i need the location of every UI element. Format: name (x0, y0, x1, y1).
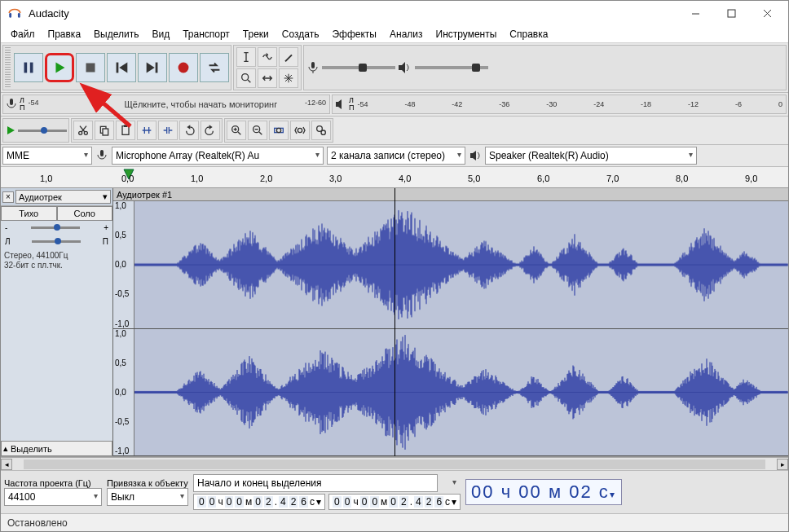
zoom-out-button[interactable] (248, 121, 267, 140)
fit-project-button[interactable] (290, 121, 310, 140)
svg-rect-28 (124, 125, 127, 127)
zoom-in-button[interactable] (227, 121, 246, 140)
minimize-button[interactable] (677, 1, 713, 25)
skip-start-button[interactable] (107, 53, 136, 82)
menu-edit[interactable]: Правка (42, 26, 88, 42)
record-meter-toolbar (303, 45, 787, 90)
audio-position-time[interactable]: 00 ч 00 м 02 с▾ (465, 479, 622, 505)
track-close-button[interactable]: × (2, 191, 14, 203)
clip-header[interactable]: Аудиотрек #1 (113, 188, 788, 201)
selection-start-time[interactable]: 00ч00м02.426с▾ (193, 494, 325, 510)
output-device-select[interactable]: Speaker (Realtek(R) Audio) (485, 147, 697, 165)
y-scale-right: 1,00,50,0-0,5-1,0 (113, 329, 134, 456)
waveform-channel-left[interactable]: 1,00,50,0-0,5-1,0 (113, 201, 788, 329)
svg-rect-26 (103, 129, 108, 135)
snap-select[interactable]: Выкл (107, 488, 188, 506)
loop-button[interactable] (200, 53, 229, 82)
draw-tool-button[interactable] (279, 47, 298, 67)
input-device-select[interactable]: Microphone Array (Realtek(R) Au (112, 147, 324, 165)
svg-rect-7 (30, 63, 33, 73)
undo-button[interactable] (179, 121, 199, 140)
silence-button[interactable] (158, 121, 178, 140)
menu-file[interactable]: Файл (4, 26, 42, 42)
svg-rect-43 (100, 150, 104, 156)
play-small-icon (5, 125, 16, 136)
zoom-sel-button[interactable] (269, 121, 289, 140)
svg-point-39 (276, 128, 280, 132)
envelope-tool-button[interactable] (258, 47, 277, 67)
svg-marker-13 (147, 63, 155, 73)
svg-point-42 (321, 130, 325, 134)
tools-toolbar (233, 45, 302, 90)
menu-select[interactable]: Выделить (87, 26, 145, 42)
svg-rect-38 (275, 128, 284, 132)
play-volume-slider[interactable] (415, 66, 488, 69)
svg-rect-12 (156, 63, 158, 73)
menu-effect[interactable]: Эффекты (325, 26, 383, 42)
rec-volume-slider[interactable] (322, 66, 395, 69)
mute-button[interactable]: Тихо (1, 206, 57, 221)
copy-button[interactable] (95, 121, 114, 140)
selection-end-time[interactable]: 00ч00м02.426с▾ (328, 494, 461, 510)
menu-tracks[interactable]: Треки (236, 26, 275, 42)
timeline-ruler[interactable]: 1,0 0,0 1,0 2,0 3,0 4,0 5,0 6,0 7,0 8,0 … (1, 167, 788, 188)
toolbar-grip[interactable] (5, 47, 11, 88)
menu-generate[interactable]: Создать (275, 26, 326, 42)
zoom-tool-button[interactable] (236, 68, 256, 88)
playhead[interactable] (394, 188, 395, 456)
scroll-right-button[interactable]: ▸ (777, 459, 788, 470)
toolbar-row-1 (1, 43, 788, 93)
selection-toolbar: Частота проекта (Гц) 44100 Привязка к об… (1, 470, 788, 513)
maximize-button[interactable] (713, 1, 749, 25)
paste-button[interactable] (116, 121, 135, 140)
multi-tool-button[interactable] (279, 68, 298, 88)
svg-marker-19 (399, 62, 405, 73)
svg-marker-30 (209, 125, 213, 129)
svg-marker-11 (119, 63, 127, 73)
mic-icon-2 (95, 149, 108, 162)
menu-transport[interactable]: Транспорт (176, 26, 236, 42)
play-button[interactable] (45, 53, 74, 82)
close-button[interactable] (749, 1, 785, 25)
record-meter[interactable]: ЛП -54 Щёлкните, чтобы начать мониторинг… (2, 95, 330, 114)
selection-mode-select[interactable]: Начало и конец выделения (193, 474, 438, 492)
menu-help[interactable]: Справка (503, 26, 554, 42)
horizontal-scrollbar[interactable]: ◂ ▸ (1, 457, 788, 470)
menu-analyze[interactable]: Анализ (383, 26, 430, 42)
track-select-button[interactable]: ▴Выделить (1, 441, 112, 456)
timeshift-tool-button[interactable] (258, 68, 277, 88)
track-menu-dropdown[interactable]: Аудиотрек▾ (15, 190, 111, 204)
host-select[interactable]: MME (2, 147, 92, 165)
speaker-icon-2 (469, 149, 482, 162)
svg-marker-44 (470, 151, 476, 160)
play-speed-slider[interactable] (18, 130, 67, 132)
redo-button[interactable] (201, 121, 220, 140)
channels-select[interactable]: 2 канала записи (стерео) (327, 147, 465, 165)
menu-tools[interactable]: Инструменты (430, 26, 504, 42)
skip-end-button[interactable] (138, 53, 167, 82)
status-bar: Остановлено (1, 513, 788, 531)
window-title: Audacity (29, 7, 677, 20)
svg-marker-29 (187, 125, 190, 129)
device-toolbar: MME Microphone Array (Realtek(R) Au 2 ка… (1, 145, 788, 167)
svg-point-15 (242, 74, 249, 81)
trim-button[interactable] (137, 121, 156, 140)
zoom-toggle-button[interactable] (311, 121, 331, 140)
scroll-left-button[interactable]: ◂ (1, 459, 12, 470)
app-logo-icon (7, 6, 22, 20)
mic-meter-icon (5, 98, 18, 111)
svg-rect-20 (10, 99, 13, 105)
cut-button[interactable] (73, 121, 93, 140)
play-meter[interactable]: ЛП -54-48-42-36-30-24-18-12-60 (332, 95, 787, 114)
project-rate-label: Частота проекта (Гц) (4, 478, 102, 488)
pause-button[interactable] (14, 53, 43, 82)
selection-tool-button[interactable] (236, 47, 256, 67)
stop-button[interactable] (76, 53, 105, 82)
menu-view[interactable]: Вид (145, 26, 176, 42)
waveform-channel-right[interactable]: 1,00,50,0-0,5-1,0 (113, 329, 788, 457)
project-rate-select[interactable]: 44100 (4, 488, 102, 506)
record-button[interactable] (169, 53, 198, 82)
solo-button[interactable]: Соло (57, 206, 113, 221)
gain-slider[interactable]: -+ (1, 221, 112, 235)
pan-slider[interactable]: ЛП (1, 235, 112, 248)
